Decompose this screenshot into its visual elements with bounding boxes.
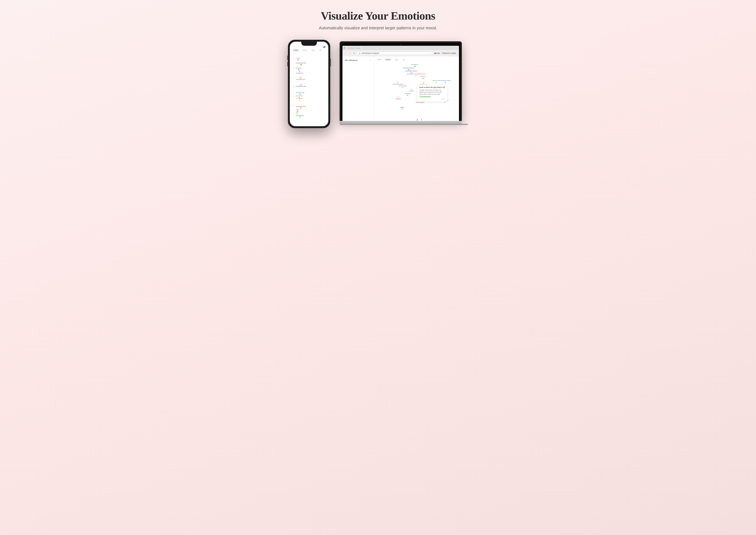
emotion-fear: FEAR xyxy=(401,107,404,110)
address-bar-row: ← → ↻ 🔒 writewithpearl.com/graph ☆ xyxy=(344,51,458,55)
ext-icon-3: ⬤ xyxy=(438,52,440,54)
phone-emotion-satisfaction: SATISFACTION xyxy=(296,92,304,95)
day-tue: TUE xyxy=(292,73,295,82)
star-icon[interactable]: ☆ xyxy=(430,52,431,54)
signal-icon xyxy=(323,46,325,48)
day-sat: SAT xyxy=(292,110,295,120)
tab-icons-row: writewithpearl.com/graph + xyxy=(344,47,458,49)
sidebar-title-text: My reflections xyxy=(345,59,357,61)
phone-screen: week month year all ··· ALL MON TUE WED xyxy=(290,42,328,126)
emotion-doubt: DOUBT xyxy=(409,89,414,92)
sidebar-header: My reflections « xyxy=(345,59,371,61)
phone-emotion-contemplation: CONTEMPLATION xyxy=(296,84,306,87)
phone-time-tabs: week month year all ··· xyxy=(292,48,326,52)
volume-down-button[interactable] xyxy=(287,62,288,67)
ext-icon-2: ⬤ xyxy=(436,52,438,54)
laptop-device: writewithpearl.com/graph + ← → ↻ 🔒 w xyxy=(340,42,468,125)
volume-up-button[interactable] xyxy=(287,55,288,60)
phone-device: week month year all ··· ALL MON TUE WED xyxy=(288,40,330,128)
power-button[interactable] xyxy=(330,59,331,67)
tab-year[interactable]: year xyxy=(394,58,399,61)
address-text: writewithpearl.com/graph xyxy=(362,52,379,54)
day-labels: ALL MON TUE WED THU FRI SAT xyxy=(292,54,295,120)
phone-more-button[interactable]: ··· xyxy=(324,49,326,51)
day-wed: WED xyxy=(292,82,295,92)
more-options-button[interactable]: ··· xyxy=(455,58,457,61)
emotion-sadness: SADNESS xyxy=(404,93,411,96)
relaunch-button[interactable]: Relaunch to update xyxy=(441,52,458,55)
emotion-anxiety: ANXIETY xyxy=(396,97,402,99)
app-sidebar: My reflections « xyxy=(343,56,374,121)
tooltip-title: home is where the (my) heart is 🌿 xyxy=(419,86,445,89)
hero-section: Visualize Your Emotions Automatically vi… xyxy=(319,10,437,30)
phone-body: week month year all ··· ALL MON TUE WED xyxy=(288,40,330,128)
phone-emotion-enthusiasm: ENTHUSIASM xyxy=(296,115,304,118)
address-action-icons: ☆ xyxy=(430,52,431,54)
day-mon: MON xyxy=(292,63,295,73)
new-tab-button[interactable]: + xyxy=(363,47,364,49)
phone-content-area: ALL MON TUE WED THU FRI SAT DESIRE xyxy=(292,54,326,120)
phone-emotion-determination: DETERMINATION xyxy=(296,106,306,109)
laptop-emotion-map: INTEREST CONCENTRATION CONTEMPLATION xyxy=(376,63,457,121)
time-tabs: week month year all ··· xyxy=(376,58,457,61)
laptop-body: writewithpearl.com/graph + ← → ↻ 🔒 w xyxy=(340,42,462,121)
phone-emotion-excitement: EXCITEMENT xyxy=(296,98,303,101)
emotion-confusion: CONFUSION xyxy=(399,85,407,88)
phone-tab-week[interactable]: week xyxy=(292,48,299,52)
back-button[interactable]: ← xyxy=(344,52,347,55)
emotion-awkwardness: AWKWARDNESS xyxy=(392,82,403,85)
tab-week[interactable]: week xyxy=(376,58,382,61)
browser-toolbar: ← → ↻ 🔒 writewithpearl.com/graph ☆ xyxy=(343,50,459,56)
export-icon[interactable]: ⬆ xyxy=(421,119,422,121)
phone-tab-month[interactable]: month xyxy=(301,48,309,52)
emotion-contemplation: CONTEMPLATION xyxy=(405,70,417,73)
emotion-concentration: CONCENTRATION xyxy=(403,67,415,70)
phone-emotion-desire: DESIRE xyxy=(296,58,300,61)
lock-icon: 🔒 xyxy=(359,52,361,54)
app-main-content: week month year all ··· INTEREST xyxy=(374,56,459,121)
phone-emotion-confusion: CONFUSION xyxy=(296,71,303,74)
laptop-foot xyxy=(340,124,468,125)
phone-tab-year[interactable]: year xyxy=(310,48,317,52)
laptop-screen: writewithpearl.com/graph + ← → ↻ 🔒 w xyxy=(343,46,459,121)
emotion-gratitude: GRATITUDE xyxy=(433,80,440,83)
devices-container: week month year all ··· ALL MON TUE WED xyxy=(292,40,464,125)
tooltip-body: i thought i would work a lot today, but … xyxy=(419,89,445,95)
sidebar-collapse-button[interactable]: « xyxy=(370,59,371,61)
tooltip-tag: DETERMINATION xyxy=(419,96,432,98)
tooltip-date: NOV 8 xyxy=(419,98,445,100)
tab-all[interactable]: all xyxy=(402,58,405,61)
emotion-interest: INTEREST xyxy=(411,64,418,67)
phone-emotion-concentration: CONCENTRATION xyxy=(296,63,306,66)
hero-title: Visualize Your Emotions xyxy=(319,10,437,22)
delete-icon[interactable]: 🗑 xyxy=(416,119,418,121)
hero-subtitle: Automatically visualize and interpret la… xyxy=(319,25,437,30)
day-fri: FRI xyxy=(292,101,295,110)
laptop-base xyxy=(340,121,462,124)
phone-notch xyxy=(301,42,317,46)
laptop-camera xyxy=(400,44,401,45)
favicon-icon xyxy=(344,47,345,49)
address-bar[interactable]: 🔒 writewithpearl.com/graph ☆ xyxy=(357,52,433,55)
journal-tooltip: home is where the (my) heart is 🌿 i thou… xyxy=(417,85,447,102)
phone-emotion-love: LOVE xyxy=(296,109,299,112)
extension-icons: ⬤ ⬤ ⬤ xyxy=(434,52,440,54)
tab-month[interactable]: month xyxy=(385,58,391,61)
ext-icon-1: ⬤ xyxy=(434,52,436,54)
refresh-button[interactable]: ↻ xyxy=(353,52,355,55)
laptop-screen-bezel: writewithpearl.com/graph + ← → ↻ 🔒 w xyxy=(342,43,460,121)
day-thu: THU xyxy=(292,92,295,101)
phone-emotion-awkwardness: AWKWARDNESS xyxy=(296,77,305,80)
browser-tabs-bar: writewithpearl.com/graph + xyxy=(343,46,459,50)
emotion-desire: DESIRE xyxy=(420,76,426,79)
day-all: ALL xyxy=(292,54,295,63)
phone-app-content: week month year all ··· ALL MON TUE WED xyxy=(290,48,328,120)
phone-emotion-joy: JOY xyxy=(296,112,298,115)
active-browser-tab[interactable]: writewithpearl.com/graph xyxy=(346,47,362,49)
forward-button[interactable]: → xyxy=(349,52,351,55)
phone-emotion-nostalgia: NOSTALGIA xyxy=(296,96,303,98)
emotion-satisfaction: SATISFACTION xyxy=(440,80,451,83)
app-layout: My reflections « week month year all ··· xyxy=(343,56,459,121)
phone-emotion-interest: INTEREST xyxy=(296,68,302,70)
phone-tab-all[interactable]: all xyxy=(318,48,323,52)
